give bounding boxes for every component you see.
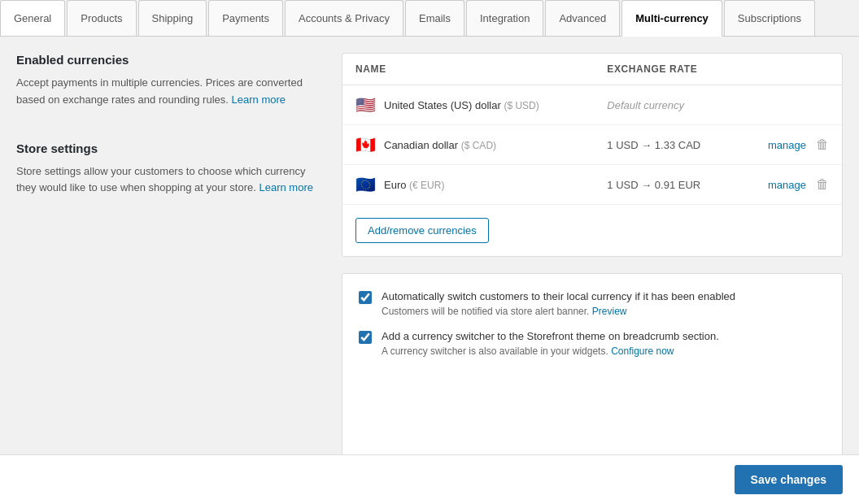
exchange-rate-eur: 1 USD → 0.91 EUR	[607, 179, 700, 191]
tab-general[interactable]: General	[0, 0, 65, 36]
checkbox-switcher-wrap[interactable]	[359, 331, 372, 346]
store-settings-learn-more[interactable]: Learn more	[259, 181, 312, 193]
tab-integration[interactable]: Integration	[466, 0, 543, 36]
tab-accounts-privacy[interactable]: Accounts & Privacy	[285, 0, 403, 36]
checkbox-item-switcher: Add a currency switcher to the Storefron…	[359, 330, 826, 357]
col-actions	[738, 54, 842, 85]
save-changes-button[interactable]: Save changes	[735, 465, 843, 494]
default-currency-badge: Default currency	[607, 99, 684, 111]
currency-code-cad: ($ CAD)	[461, 140, 496, 151]
store-settings-heading: Store settings	[16, 141, 325, 155]
preview-link[interactable]: Preview	[592, 306, 627, 317]
enabled-currencies-heading: Enabled currencies	[16, 53, 325, 67]
tab-shipping[interactable]: Shipping	[138, 0, 207, 36]
footer-bar: Save changes	[0, 454, 859, 504]
tab-payments[interactable]: Payments	[208, 0, 283, 36]
checkbox-switcher-label: Add a currency switcher to the Storefron…	[382, 330, 719, 342]
table-row: 🇺🇸 United States (US) dollar ($ USD) Def…	[342, 85, 842, 125]
checkbox-auto-switch-label: Automatically switch customers to their …	[382, 290, 735, 302]
enabled-currencies-learn-more[interactable]: Learn more	[232, 93, 286, 106]
store-settings-description: Store settings allow your customers to c…	[16, 163, 325, 198]
right-panels: Name Exchange rate 🇺🇸 United States (US)…	[342, 53, 843, 476]
flag-ca: 🇨🇦	[355, 137, 376, 153]
table-row: 🇨🇦 Canadian dollar ($ CAD) 1 USD → 1.33 …	[342, 125, 842, 165]
currency-name-text-cad: Canadian dollar	[384, 139, 458, 151]
manage-actions-eur: manage 🗑	[751, 177, 829, 192]
checkbox-switcher-desc: A currency switcher is also available in…	[382, 345, 719, 357]
manage-link-eur[interactable]: manage	[768, 179, 806, 191]
currency-name-text-usd: United States (US) dollar	[384, 99, 501, 111]
checkbox-auto-switch-desc: Customers will be notified via store ale…	[382, 306, 735, 317]
currency-name-eur: 🇪🇺 Euro (€ EUR)	[355, 176, 581, 193]
currency-table: Name Exchange rate 🇺🇸 United States (US)…	[342, 54, 842, 204]
store-settings-panel: Automatically switch customers to their …	[342, 273, 843, 476]
currency-panel: Name Exchange rate 🇺🇸 United States (US)…	[342, 53, 843, 257]
delete-cad-icon[interactable]: 🗑	[816, 137, 829, 152]
exchange-rate-cad: 1 USD → 1.33 CAD	[607, 139, 700, 151]
tab-multi-currency[interactable]: Multi-currency	[621, 0, 722, 37]
flag-eu: 🇪🇺	[355, 176, 376, 193]
tab-advanced[interactable]: Advanced	[545, 0, 620, 36]
add-currencies-row: Add/remove currencies	[342, 204, 842, 256]
configure-now-link[interactable]: Configure now	[611, 345, 674, 357]
tab-emails[interactable]: Emails	[405, 0, 464, 36]
enabled-currencies-description: Accept payments in multiple currencies. …	[16, 75, 325, 109]
col-name: Name	[342, 54, 594, 85]
add-currencies-button[interactable]: Add/remove currencies	[355, 218, 489, 243]
flag-us: 🇺🇸	[355, 97, 376, 113]
checkbox-auto-switch[interactable]	[359, 291, 372, 304]
currency-name-usd: 🇺🇸 United States (US) dollar ($ USD)	[355, 97, 581, 113]
tab-bar: General Products Shipping Payments Accou…	[0, 0, 859, 37]
currency-code-eur: (€ EUR)	[409, 180, 444, 191]
currency-code-usd: ($ USD)	[504, 100, 539, 111]
checkbox-switcher-content: Add a currency switcher to the Storefron…	[382, 330, 719, 357]
checkbox-auto-switch-content: Automatically switch customers to their …	[382, 290, 735, 317]
manage-actions-cad: manage 🗑	[751, 137, 829, 152]
enabled-currencies-section: Enabled currencies Accept payments in mu…	[16, 53, 325, 109]
col-exchange-rate: Exchange rate	[594, 54, 737, 85]
currency-name-text-eur: Euro	[384, 179, 406, 191]
checkbox-auto-switch-wrap[interactable]	[359, 291, 372, 306]
table-row: 🇪🇺 Euro (€ EUR) 1 USD → 0.91 EUR	[342, 165, 842, 205]
tab-products[interactable]: Products	[67, 0, 136, 36]
store-settings-section: Store settings Store settings allow your…	[16, 141, 325, 198]
checkbox-item-auto-switch: Automatically switch customers to their …	[359, 290, 826, 317]
main-content: Enabled currencies Accept payments in mu…	[0, 37, 859, 492]
tab-subscriptions[interactable]: Subscriptions	[724, 0, 815, 36]
currency-name-cad: 🇨🇦 Canadian dollar ($ CAD)	[355, 137, 581, 153]
checkbox-switcher[interactable]	[359, 331, 372, 344]
manage-link-cad[interactable]: manage	[768, 139, 806, 151]
sidebar: Enabled currencies Accept payments in mu…	[16, 53, 325, 476]
delete-eur-icon[interactable]: 🗑	[816, 177, 829, 192]
